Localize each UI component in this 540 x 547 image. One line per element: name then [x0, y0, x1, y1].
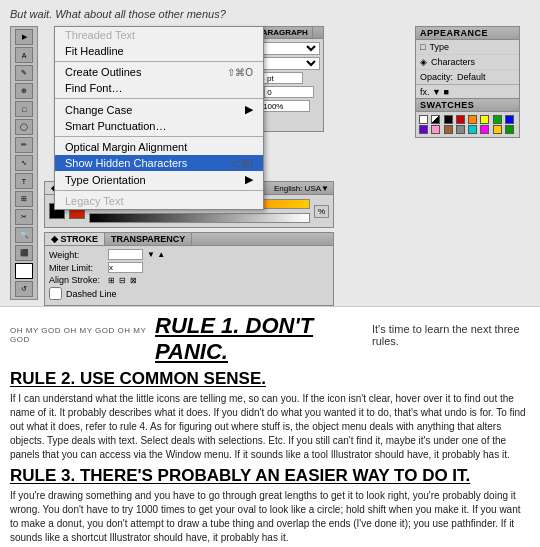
swatch-white[interactable]	[419, 115, 428, 124]
ui-mockup: ▶ A ✎ ⊕ □ ◯ ✏ ∿ T ⊞ ✂ 🔍 ⬛ ↺ Threaded Tex…	[10, 26, 530, 300]
align-label: Align Stroke:	[49, 275, 104, 285]
rules-section: OH MY GOD OH MY GOD OH MY GOD RULE 1. DO…	[0, 307, 540, 547]
align-row: Align Stroke: ⊞ ⊟ ⊠	[49, 275, 329, 285]
swatch-red[interactable]	[456, 115, 465, 124]
gradient-bar-2[interactable]	[89, 213, 310, 223]
tool-icon-1[interactable]: ▶	[15, 29, 33, 45]
menu-item-smartpunct[interactable]: Smart Punctuation…	[55, 118, 263, 134]
weight-row: Weight: ▼ ▲	[49, 249, 329, 260]
tool-icon-8[interactable]: ∿	[15, 155, 33, 171]
swatch-none[interactable]	[431, 115, 440, 124]
tool-icon-15[interactable]: ↺	[15, 281, 33, 297]
opacity-row: Opacity: Default	[416, 70, 519, 84]
swatch-blue[interactable]	[505, 115, 514, 124]
swatch-purple[interactable]	[419, 125, 428, 134]
tab-stroke[interactable]: ◆ STROKE	[45, 233, 105, 245]
menu-separator-4	[55, 190, 263, 191]
align-icon-2[interactable]: ⊟	[119, 276, 126, 285]
miter-row: Miter Limit:	[49, 262, 329, 273]
swatch-green[interactable]	[493, 115, 502, 124]
gradient-percent[interactable]: %	[314, 205, 329, 218]
appearance-type-label: Type	[429, 42, 449, 52]
swatches-grid	[416, 112, 519, 137]
rule2-body: If I can understand what the little icon…	[10, 392, 530, 462]
menu-item-outlines[interactable]: Create Outlines ⇧⌘O	[55, 64, 263, 80]
appearance-row-type: □ Type	[416, 40, 519, 55]
rule1-container: OH MY GOD OH MY GOD OH MY GOD RULE 1. DO…	[10, 313, 530, 365]
appearance-panel: APPEARANCE □ Type ◈ Characters Opacity: …	[415, 26, 520, 100]
menu-item-orientation[interactable]: Type Orientation ▶	[55, 171, 263, 188]
tool-icon-10[interactable]: ⊞	[15, 191, 33, 207]
menu-item-optical[interactable]: Optical Margin Alignment	[55, 139, 263, 155]
menu-item-changecase[interactable]: Change Case ▶	[55, 101, 263, 118]
appearance-chars-label: Characters	[431, 57, 475, 67]
tool-icon-6[interactable]: ◯	[15, 119, 33, 135]
appearance-row-chars: ◈ Characters	[416, 55, 519, 70]
fx-row: fx. ▼ ■	[416, 84, 519, 99]
menu-item-threaded[interactable]: Threaded Text	[55, 27, 263, 43]
menu-separator-3	[55, 136, 263, 137]
language-selector[interactable]: English: USA ▼	[270, 182, 333, 194]
swatches-header: SWATCHES	[416, 99, 519, 112]
weight-input[interactable]	[108, 249, 143, 260]
rule1-heading: RULE 1. DON'T PANIC.	[155, 313, 366, 365]
tool-icon-14[interactable]	[15, 263, 33, 279]
tool-icon-9[interactable]: T	[15, 173, 33, 189]
rule3-body: If you're drawing something and you have…	[10, 489, 530, 545]
menu-item-hidden-chars[interactable]: Show Hidden Characters ⌥⌘I	[55, 155, 263, 171]
miter-input[interactable]	[108, 262, 143, 273]
swatch-magenta[interactable]	[480, 125, 489, 134]
swatches-panel: SWATCHES	[415, 98, 520, 138]
align-icon-3[interactable]: ⊠	[130, 276, 137, 285]
menu-item-legacy[interactable]: Legacy Text	[55, 193, 263, 209]
tool-icon-7[interactable]: ✏	[15, 137, 33, 153]
tracking-input[interactable]	[264, 86, 314, 98]
appearance-header: APPEARANCE	[416, 27, 519, 40]
swatch-brown[interactable]	[444, 125, 453, 134]
rule1-subtext: It's time to learn the next three rules.	[372, 323, 530, 347]
tool-icon-4[interactable]: ⊕	[15, 83, 33, 99]
menu-separator-2	[55, 98, 263, 99]
tool-icon-12[interactable]: 🔍	[15, 227, 33, 243]
rule2-block: RULE 2. USE COMMON SENSE. If I can under…	[10, 369, 530, 462]
caption-text: But wait. What about all those other men…	[10, 8, 530, 20]
menu-item-fitheadline[interactable]: Fit Headline	[55, 43, 263, 59]
swatch-orange[interactable]	[468, 115, 477, 124]
oh-my-god-text: OH MY GOD OH MY GOD OH MY GOD	[10, 326, 151, 344]
vscale-input[interactable]	[260, 100, 310, 112]
miter-label: Miter Limit:	[49, 263, 104, 273]
tool-icon-11[interactable]: ✂	[15, 209, 33, 225]
tab-transparency[interactable]: TRANSPARENCY	[105, 233, 192, 245]
swatch-gray[interactable]	[456, 125, 465, 134]
panels-right: APPEARANCE □ Type ◈ Characters Opacity: …	[415, 26, 530, 300]
swatch-cyan[interactable]	[468, 125, 477, 134]
menu-item-findfont[interactable]: Find Font…	[55, 80, 263, 96]
rule3-heading: RULE 3. THERE'S PROBABLY AN EASIER WAY T…	[10, 466, 530, 486]
dashed-checkbox[interactable]	[49, 287, 62, 300]
toolbar-left: ▶ A ✎ ⊕ □ ◯ ✏ ∿ T ⊞ ✂ 🔍 ⬛ ↺	[10, 26, 38, 300]
tool-icon-3[interactable]: ✎	[15, 65, 33, 81]
swatch-gold[interactable]	[493, 125, 502, 134]
align-icon-1[interactable]: ⊞	[108, 276, 115, 285]
screenshot-area: But wait. What about all those other men…	[0, 0, 540, 307]
dashed-row: Dashed Line	[49, 287, 329, 300]
menu-dropdown: Threaded Text Fit Headline Create Outlin…	[54, 26, 264, 210]
swatch-black[interactable]	[444, 115, 453, 124]
swatch-pink[interactable]	[431, 125, 440, 134]
weight-label: Weight:	[49, 250, 104, 260]
swatch-darkgreen[interactable]	[505, 125, 514, 134]
stroke-panel: ◆ STROKE TRANSPARENCY Weight: ▼ ▲ Miter …	[44, 232, 334, 306]
tool-icon-13[interactable]: ⬛	[15, 245, 33, 261]
stroke-header: ◆ STROKE TRANSPARENCY	[45, 233, 333, 246]
stroke-content: Weight: ▼ ▲ Miter Limit: Align Stroke: ⊞…	[45, 246, 333, 305]
tool-icon-5[interactable]: □	[15, 101, 33, 117]
dashed-label: Dashed Line	[66, 289, 117, 299]
swatch-yellow[interactable]	[480, 115, 489, 124]
rule2-heading: RULE 2. USE COMMON SENSE.	[10, 369, 530, 389]
menu-separator-1	[55, 61, 263, 62]
tool-icon-2[interactable]: A	[15, 47, 33, 63]
rule3-block: RULE 3. THERE'S PROBABLY AN EASIER WAY T…	[10, 466, 530, 545]
